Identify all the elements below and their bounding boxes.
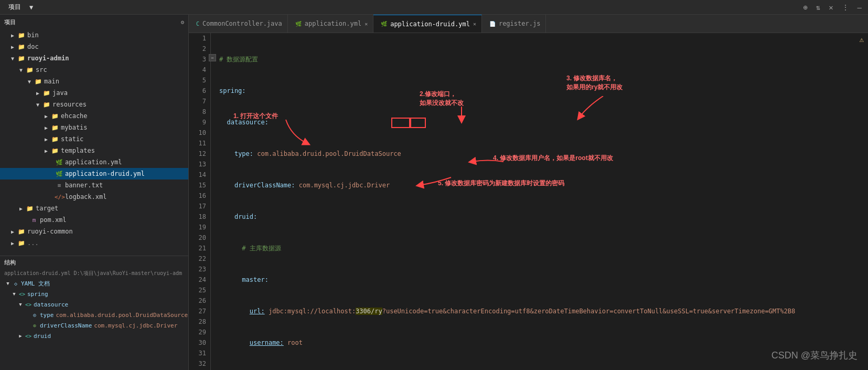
- struct-item-driver[interactable]: ▶ ⊛ driverClassName com.mysql.cj.jdbc.Dr…: [0, 320, 188, 331]
- tree-item-resources[interactable]: ▼ 📁 resources: [0, 99, 188, 110]
- driver-icon: ⊛: [30, 323, 39, 329]
- menu-item-1[interactable]: ▼: [25, 4, 37, 11]
- arrow-mybatis: ▶: [42, 125, 50, 131]
- tree-label-logback: logback.xml: [65, 193, 188, 200]
- gear-icon[interactable]: ⚙: [180, 19, 184, 26]
- tree-item-application-yml[interactable]: ▶ 🌿 application.yml: [0, 156, 188, 168]
- driver-value: com.mysql.cj.jdbc.Driver: [94, 322, 177, 329]
- tree-item-ehcache[interactable]: ▶ 📁 ehcache: [0, 110, 188, 122]
- tree-label-resources: resources: [52, 101, 188, 108]
- tree-item-target[interactable]: ▶ 📁 target: [0, 203, 188, 214]
- arrow-resources: ▼: [34, 102, 42, 108]
- struct-item-druid[interactable]: ▶ <> druid: [0, 331, 188, 341]
- line-28: 28: [193, 316, 206, 327]
- tree-item-banner-txt[interactable]: ▶ ≡ banner.txt: [0, 179, 188, 191]
- line-25: 25: [193, 285, 206, 295]
- line-29: 29: [193, 327, 206, 337]
- tree-item-logback-xml[interactable]: ▶ </> logback.xml: [0, 191, 188, 203]
- struct-item-type[interactable]: ▶ ⊙ type com.alibaba.druid.pool.DruidDat…: [0, 310, 188, 320]
- line-11: 11: [193, 138, 206, 149]
- tree-item-src[interactable]: ▼ 📁 src: [0, 64, 188, 76]
- tree-label-app-druid-yml: application-druid.yml: [65, 170, 188, 177]
- folder-icon-ruoyi-common: 📁: [17, 228, 26, 235]
- tab-common-controller[interactable]: C CommonController.java: [189, 15, 288, 33]
- folder-icon-static: 📁: [50, 136, 60, 143]
- tree-item-bin[interactable]: ▶ 📁 bin: [0, 29, 188, 41]
- tree-label-banner: banner.txt: [65, 182, 188, 189]
- line-23: 23: [193, 264, 206, 274]
- tab-application-druid-yml[interactable]: 🌿 application-druid.yml ✕: [373, 15, 482, 33]
- folder-icon-templates: 📁: [50, 147, 60, 154]
- folder-icon-doc: 📁: [17, 44, 26, 50]
- folder-icon-main: 📁: [34, 78, 43, 85]
- file-icon-banner: ≡: [55, 182, 64, 189]
- arrow-spring: ▼: [10, 291, 18, 297]
- tree-item-application-druid-yml[interactable]: ▶ 🌿 application-druid.yml: [0, 168, 188, 179]
- arrow-static: ▶: [42, 136, 50, 142]
- tree-item-ruoyi-common[interactable]: ▶ 📁 ruoyi-common: [0, 226, 188, 237]
- editor-content: ⚠ − 1 2 3 4 5 6 7 8 9 10 11 12 13: [189, 33, 868, 370]
- tree-label-src: src: [36, 66, 188, 73]
- struct-item-datasource[interactable]: ▼ <> datasource: [0, 299, 188, 310]
- menu-project[interactable]: 项目: [4, 3, 25, 12]
- folder-icon-bin: 📁: [17, 32, 26, 39]
- line-4: 4: [193, 65, 206, 75]
- druid-icon: <>: [24, 333, 33, 339]
- sidebar: 项目 ⚙ ▶ 📁 bin ▶ 📁 doc ▼ 📁: [0, 15, 189, 370]
- file-icon-logback: </>: [55, 194, 64, 200]
- line-17: 17: [193, 201, 206, 212]
- code-line-2: spring:: [219, 86, 860, 96]
- code-line-1: # 数据源配置: [219, 54, 860, 65]
- struct-item-spring[interactable]: ▼ <> spring: [0, 289, 188, 299]
- tree-item-ruoyi-admin[interactable]: ▼ 📁 ruoyi-admin: [0, 52, 188, 64]
- tab-bar: C CommonController.java 🌿 application.ym…: [189, 15, 868, 33]
- file-icon-app-druid-yml: 🌿: [55, 171, 64, 177]
- tab-application-yml[interactable]: 🌿 application.yml ✕: [288, 15, 373, 33]
- line-19: 19: [193, 222, 206, 232]
- type-icon: ⊙: [30, 312, 39, 318]
- datasource-label: datasource: [34, 301, 68, 308]
- code-line-9: url: jdbc:mysql://localhost:3306/ry?useU…: [219, 306, 860, 316]
- driver-label: driverClassName: [40, 322, 92, 329]
- section-label: 项目: [4, 18, 16, 26]
- line-16: 16: [193, 191, 206, 201]
- arrow-druid: ▶: [17, 333, 24, 339]
- line-1: 1: [193, 33, 206, 44]
- tree-item-pom-xml[interactable]: ▶ m pom.xml: [0, 214, 188, 226]
- more-icon[interactable]: ⋮: [840, 3, 851, 12]
- structure-panel: 结构 application-druid.yml D:\项目\java\RuoY…: [0, 256, 188, 370]
- tree-item-doc[interactable]: ▶ 📁 doc: [0, 41, 188, 52]
- structure-header: 结构: [0, 256, 188, 269]
- minimize-icon[interactable]: —: [855, 3, 864, 12]
- tree-item-templates[interactable]: ▶ 📁 templates: [0, 145, 188, 156]
- tree-label-static: static: [61, 135, 188, 143]
- spring-icon: <>: [18, 291, 26, 297]
- arrow-bin: ▶: [8, 33, 17, 38]
- line-14: 14: [193, 170, 206, 180]
- close-tab-2[interactable]: ✕: [365, 21, 368, 27]
- arrow-ehcache: ▶: [42, 113, 50, 119]
- tree-label-doc: doc: [27, 43, 188, 50]
- tree-item-main[interactable]: ▼ 📁 main: [0, 76, 188, 87]
- arrow-ruoyi-common: ▶: [8, 229, 17, 235]
- folder-icon-ruoyi-admin: 📁: [17, 55, 26, 62]
- line-12: 12: [193, 149, 206, 159]
- struct-filepath: application-druid.yml D:\项目\java\RuoYi-m…: [0, 269, 188, 278]
- tab-register-js[interactable]: 📄 register.js: [482, 15, 546, 33]
- close-tab-3[interactable]: ✕: [473, 21, 476, 27]
- arrow-src: ▼: [17, 67, 25, 73]
- struct-item-yaml[interactable]: ▼ ◇ YAML 文档: [0, 278, 188, 289]
- arrow-more: ▶: [8, 240, 17, 246]
- tree-item-more[interactable]: ▶ 📁 ...: [0, 237, 188, 249]
- code-lines: # 数据源配置 spring: datasource: type: com.al…: [211, 33, 868, 370]
- fold-button[interactable]: −: [209, 54, 216, 61]
- tree-item-mybatis[interactable]: ▶ 📁 mybatis: [0, 122, 188, 133]
- tree-label-mybatis: mybatis: [61, 124, 188, 131]
- tree-item-static[interactable]: ▶ 📁 static: [0, 133, 188, 145]
- close-icon[interactable]: ✕: [827, 3, 835, 12]
- navigate-icon[interactable]: ⇅: [814, 3, 822, 12]
- add-icon[interactable]: ⊕: [801, 3, 809, 12]
- tree-item-java[interactable]: ▶ 📁 java: [0, 87, 188, 99]
- code-container: 1 2 3 4 5 6 7 8 9 10 11 12 13 14 15 16 1: [189, 33, 868, 370]
- line-26: 26: [193, 295, 206, 306]
